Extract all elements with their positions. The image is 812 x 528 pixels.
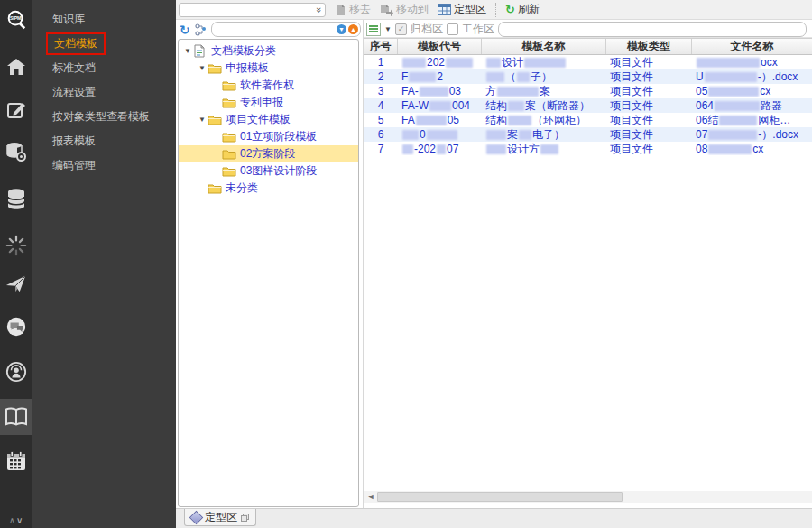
tree-node[interactable]: 专利申报 (179, 94, 358, 111)
move-to-button[interactable]: 移动到 (380, 2, 429, 17)
table-cell: 6 (364, 128, 398, 141)
table-row[interactable]: 60案电子）项目文件07-）.docx (364, 127, 812, 142)
scroll-left-icon[interactable]: ◄ (364, 491, 377, 503)
cell-text: 7 (378, 143, 384, 155)
table-cell: -20207 (398, 143, 482, 155)
database-gear-icon[interactable] (5, 141, 27, 162)
chat-icon[interactable] (5, 316, 27, 338)
expand-arrow-icon[interactable]: ▼ (182, 47, 193, 55)
search-up-icon[interactable]: ▲ (348, 24, 358, 34)
tree-node[interactable]: 03图样设计阶段 (179, 162, 358, 180)
sidebar-item-label: 报表模板 (52, 134, 96, 147)
tree-search-input[interactable]: ▼ ▲ (211, 22, 361, 37)
archive-checkbox[interactable]: ✓ (395, 23, 407, 35)
table-cell: 方案 (482, 84, 606, 99)
cell-text: 0 (420, 128, 426, 141)
redacted-text (508, 116, 531, 125)
template-combo[interactable]: » (179, 3, 326, 17)
sidebar-item-label: 按对象类型查看模板 (52, 110, 150, 123)
sidebar-item[interactable]: 报表模板 (32, 129, 176, 153)
database-icon[interactable] (5, 189, 27, 210)
tree-node-label: 申报模板 (224, 60, 269, 76)
table-cell: 结构（环网柜） (482, 113, 606, 128)
redacted-text (486, 144, 506, 154)
tree-node[interactable]: 02方案阶段 (179, 145, 358, 162)
folder-icon (222, 165, 238, 177)
table-row[interactable]: 5FA05结构（环网柜）项目文件06结网柜… (364, 113, 812, 127)
view-list-icon[interactable] (366, 23, 381, 36)
sidebar-item[interactable]: 流程设置 (32, 80, 176, 105)
table-cell: 项目文件 (606, 98, 692, 114)
filter-input[interactable] (498, 22, 807, 37)
cell-text: 项目文件 (610, 85, 653, 97)
expand-arrow-icon[interactable]: ▼ (197, 116, 208, 124)
table-cell: FA-03 (398, 85, 482, 97)
column-header[interactable]: 文件名称 (692, 39, 812, 54)
sidebar-item[interactable]: 按对象类型查看模板 (32, 105, 176, 129)
tree-node[interactable]: 01立项阶段模板 (179, 128, 358, 145)
cell-text: -）.docx (758, 128, 798, 141)
remove-button[interactable]: 移去 (335, 2, 371, 17)
broadcast-icon[interactable] (5, 361, 27, 383)
chevron-down-icon[interactable]: ▼ (384, 25, 392, 33)
cell-text: 方 (485, 85, 496, 97)
redacted-text (517, 72, 530, 82)
column-header[interactable]: 模板名称 (482, 39, 606, 54)
redacted-text (402, 144, 413, 154)
book-icon (5, 407, 28, 427)
send-icon[interactable] (5, 273, 27, 295)
fixed-zone-tab[interactable]: 定型区 (184, 509, 256, 526)
sidebar-item[interactable]: 编码管理 (32, 153, 176, 178)
tree-node[interactable]: ▼申报模板 (179, 60, 358, 77)
org-tree-icon[interactable] (194, 23, 208, 36)
redacted-text (427, 130, 457, 140)
cell-text: 网柜… (758, 114, 790, 126)
home-icon[interactable] (5, 56, 27, 78)
table-row[interactable]: 1202设计项目文件ocx (364, 55, 812, 69)
column-header[interactable]: 模板代号 (398, 39, 482, 54)
table-row[interactable]: 7-20207设计方项目文件08cx (364, 142, 812, 156)
edit-icon[interactable] (5, 99, 27, 121)
rail-scroll-chevrons[interactable]: ∧∨ (9, 516, 24, 525)
calendar-icon[interactable] (5, 450, 27, 472)
table-row[interactable]: 2F2（子）项目文件U-）.docx (364, 69, 812, 84)
filter-row: ▼ ✓ 归档区 工作区 (364, 20, 812, 38)
column-header[interactable]: 模板类型 (606, 39, 692, 54)
tree-node[interactable]: ▼文档模板分类 (179, 42, 358, 60)
search-down-icon[interactable]: ▼ (337, 24, 346, 34)
tree-node[interactable]: 软件著作权 (179, 77, 358, 94)
redacted-text (708, 130, 757, 140)
workspace-checkbox[interactable] (447, 23, 458, 35)
fixed-zone-button[interactable]: 定型区 (438, 2, 486, 17)
redacted-text (486, 72, 504, 82)
tree-node[interactable]: 未分类 (179, 180, 358, 197)
scrollbar-thumb[interactable] (377, 492, 623, 502)
column-header[interactable]: 序号 (364, 39, 398, 54)
sidebar-item[interactable]: 文档模板 (32, 32, 176, 56)
restore-window-icon[interactable] (241, 514, 249, 522)
sidebar-item[interactable]: 标准文档 (32, 56, 176, 80)
cell-text: 3 (378, 85, 384, 97)
sipm-logo-icon[interactable]: SIPM (5, 9, 27, 31)
cell-text: （环网柜） (532, 114, 586, 126)
scroll-up-icon[interactable]: ∧ (9, 515, 16, 525)
icon-rail: SIPM ∧∨ (0, 0, 32, 528)
table-row[interactable]: 4FA-W004结构案（断路器）项目文件064路器 (364, 98, 812, 113)
cell-text: FA (401, 114, 415, 126)
spinner-icon[interactable] (5, 235, 27, 256)
tree-refresh-icon[interactable]: ↻ (180, 23, 190, 36)
cell-text: 08 (696, 143, 707, 155)
chevron-double-down-icon[interactable]: » (315, 6, 324, 12)
page-icon (335, 4, 346, 16)
table-cell: FA05 (398, 114, 482, 126)
horizontal-scrollbar[interactable]: ◄ (364, 491, 812, 503)
refresh-button[interactable]: ↻ 刷新 (505, 2, 540, 17)
cell-text: 5 (378, 114, 384, 126)
refresh-label: 刷新 (518, 2, 540, 17)
table-row[interactable]: 3FA-03方案项目文件05cx (364, 84, 812, 98)
sidebar-item[interactable]: 知识库 (32, 7, 176, 32)
expand-arrow-icon[interactable]: ▼ (197, 64, 208, 72)
tree-node[interactable]: ▼项目文件模板 (179, 111, 358, 128)
scroll-down-icon[interactable]: ∨ (16, 515, 23, 525)
book-icon-active[interactable] (0, 399, 32, 435)
